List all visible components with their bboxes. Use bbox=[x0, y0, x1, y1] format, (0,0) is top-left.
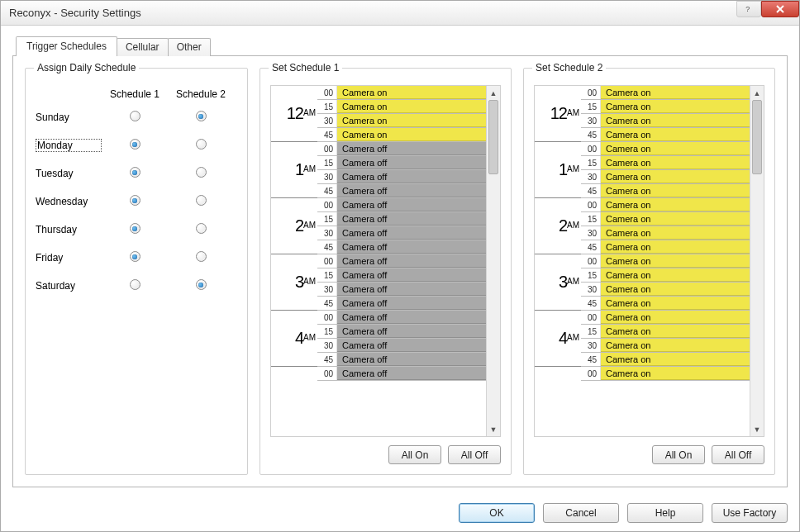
schedule2-scrollbar[interactable]: ▲ ▼ bbox=[750, 86, 764, 436]
slot-state[interactable]: Camera off bbox=[337, 254, 486, 268]
slot-state[interactable]: Camera off bbox=[337, 283, 486, 296]
help-button[interactable]: Help bbox=[627, 503, 703, 523]
slot-state[interactable]: Camera on bbox=[337, 86, 486, 99]
minute-label: 45 bbox=[581, 240, 601, 254]
slot-state[interactable]: Camera on bbox=[601, 198, 750, 211]
schedule2-all-off-button[interactable]: All Off bbox=[712, 445, 764, 464]
slot-state[interactable]: Camera on bbox=[601, 226, 750, 240]
slot-state[interactable]: Camera on bbox=[601, 170, 750, 183]
minute-label: 45 bbox=[581, 128, 601, 141]
scroll-thumb[interactable] bbox=[488, 100, 498, 174]
schedule1-radio[interactable] bbox=[130, 279, 140, 290]
hour-number: 1 bbox=[559, 160, 567, 179]
scroll-thumb[interactable] bbox=[752, 100, 762, 174]
time-slot-row: 30Camera off bbox=[317, 283, 486, 297]
schedule2-all-on-button[interactable]: All On bbox=[652, 445, 705, 464]
slot-state[interactable]: Camera on bbox=[601, 156, 750, 169]
slot-state[interactable]: Camera on bbox=[601, 86, 750, 99]
scroll-up-icon[interactable]: ▲ bbox=[750, 86, 764, 100]
slot-state[interactable]: Camera on bbox=[601, 184, 750, 197]
assign-row: Friday bbox=[36, 249, 237, 267]
slot-state[interactable]: Camera off bbox=[337, 142, 486, 155]
slot-state[interactable]: Camera on bbox=[337, 128, 486, 141]
slot-state[interactable]: Camera off bbox=[337, 240, 486, 254]
slot-state[interactable]: Camera off bbox=[337, 311, 486, 324]
use-factory-button[interactable]: Use Factory bbox=[712, 503, 788, 523]
tab-trigger-schedules[interactable]: Trigger Schedules bbox=[16, 36, 117, 56]
scroll-track[interactable] bbox=[487, 100, 500, 422]
slot-state[interactable]: Camera on bbox=[601, 114, 750, 127]
slot-state[interactable]: Camera on bbox=[337, 114, 486, 127]
slot-state[interactable]: Camera on bbox=[601, 325, 750, 338]
slot-state[interactable]: Camera off bbox=[337, 156, 486, 169]
schedule1-radio[interactable] bbox=[130, 139, 140, 150]
slot-state[interactable]: Camera on bbox=[601, 367, 750, 380]
tab-cellular[interactable]: Cellular bbox=[117, 38, 169, 56]
schedule1-radio[interactable] bbox=[130, 195, 140, 206]
hour-label: 2AM bbox=[535, 198, 581, 254]
schedule1-radio[interactable] bbox=[130, 167, 140, 178]
schedule2-table: 12AM1AM2AM3AM4AM 00Camera on15Camera on3… bbox=[535, 86, 750, 436]
schedule1-all-off-button[interactable]: All Off bbox=[448, 445, 501, 464]
slot-state[interactable]: Camera off bbox=[337, 268, 486, 282]
schedule1-radio[interactable] bbox=[130, 111, 140, 121]
minute-label: 00 bbox=[317, 311, 337, 324]
schedule1-radio-cell bbox=[102, 167, 168, 180]
slot-state[interactable]: Camera off bbox=[337, 170, 486, 183]
slot-state[interactable]: Camera off bbox=[337, 212, 486, 226]
schedule1-radio[interactable] bbox=[130, 223, 140, 234]
slot-state[interactable]: Camera on bbox=[601, 240, 750, 254]
slot-state[interactable]: Camera off bbox=[337, 297, 486, 310]
slot-state[interactable]: Camera on bbox=[601, 353, 750, 366]
slot-state[interactable]: Camera off bbox=[337, 353, 486, 366]
cancel-button[interactable]: Cancel bbox=[543, 503, 619, 523]
schedule1-scrollbar[interactable]: ▲ ▼ bbox=[486, 86, 500, 436]
schedule2-radio[interactable] bbox=[196, 279, 207, 290]
schedule2-radio[interactable] bbox=[196, 111, 207, 121]
schedule2-radio[interactable] bbox=[196, 251, 207, 262]
schedule2-slots[interactable]: 00Camera on15Camera on30Camera on45Camer… bbox=[581, 86, 750, 436]
slot-state[interactable]: Camera on bbox=[601, 128, 750, 141]
slot-state[interactable]: Camera on bbox=[601, 254, 750, 268]
close-button[interactable] bbox=[761, 1, 799, 17]
slot-state[interactable]: Camera on bbox=[601, 212, 750, 226]
schedule1-grid: 12AM1AM2AM3AM4AM 00Camera on15Camera on3… bbox=[270, 85, 501, 437]
slot-state[interactable]: Camera on bbox=[601, 283, 750, 296]
schedule2-radio[interactable] bbox=[196, 167, 207, 178]
slot-state[interactable]: Camera off bbox=[337, 339, 486, 352]
schedule1-radio[interactable] bbox=[130, 251, 140, 262]
slot-state[interactable]: Camera on bbox=[337, 100, 486, 113]
slot-state[interactable]: Camera on bbox=[601, 142, 750, 155]
minute-label: 15 bbox=[317, 325, 337, 338]
schedule1-slots[interactable]: 00Camera on15Camera on30Camera on45Camer… bbox=[317, 86, 486, 436]
scroll-up-icon[interactable]: ▲ bbox=[487, 86, 500, 100]
scroll-down-icon[interactable]: ▼ bbox=[750, 422, 764, 436]
slot-state[interactable]: Camera off bbox=[337, 198, 486, 211]
ok-button[interactable]: OK bbox=[459, 503, 535, 523]
schedule1-all-on-button[interactable]: All On bbox=[388, 445, 441, 464]
slot-state[interactable]: Camera off bbox=[337, 325, 486, 338]
minute-label: 15 bbox=[581, 100, 601, 113]
slot-state[interactable]: Camera on bbox=[601, 339, 750, 352]
schedule2-radio[interactable] bbox=[196, 139, 207, 150]
scroll-down-icon[interactable]: ▼ bbox=[487, 422, 500, 436]
dialog-button-bar: OK Cancel Help Use Factory bbox=[1, 496, 799, 531]
hour-label: 3AM bbox=[271, 254, 317, 310]
hour-block: 2AM bbox=[271, 198, 317, 254]
slot-state[interactable]: Camera on bbox=[601, 268, 750, 282]
assign-daily-schedule-group: Assign Daily Schedule Schedule 1 Schedul… bbox=[25, 68, 248, 475]
hour-label: 4AM bbox=[271, 311, 317, 366]
schedule2-radio[interactable] bbox=[196, 195, 207, 206]
hour-number: 4 bbox=[295, 329, 303, 348]
slot-state[interactable]: Camera on bbox=[601, 311, 750, 324]
slot-state[interactable]: Camera on bbox=[601, 297, 750, 310]
schedule2-radio[interactable] bbox=[196, 223, 207, 234]
scroll-track[interactable] bbox=[750, 100, 764, 422]
slot-state[interactable]: Camera off bbox=[337, 226, 486, 240]
time-slot-row: 30Camera on bbox=[581, 170, 750, 184]
slot-state[interactable]: Camera off bbox=[337, 367, 486, 380]
slot-state[interactable]: Camera on bbox=[601, 100, 750, 113]
slot-state[interactable]: Camera off bbox=[337, 184, 486, 197]
context-help-button[interactable]: ? bbox=[736, 1, 761, 17]
tab-other[interactable]: Other bbox=[168, 38, 211, 56]
